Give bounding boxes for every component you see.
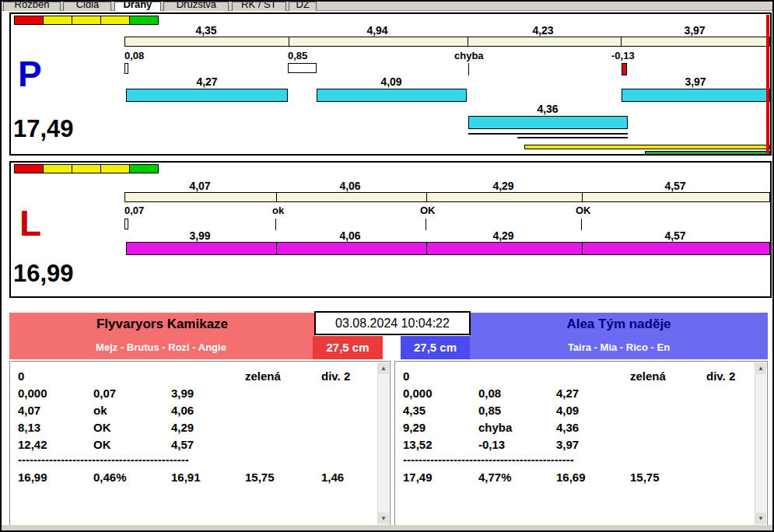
dog-bar [622, 89, 770, 102]
left-team-name: Flyvaryors Kamikaze [9, 313, 315, 336]
dog-time-value: 4,27 [556, 385, 579, 402]
lane-total-time: 17,49 [13, 117, 74, 141]
split-time: 4,35 [195, 25, 216, 36]
changeover-value: 0,85 [478, 402, 501, 419]
changeover-value: 0,07 [93, 385, 116, 402]
window-bottom-strip [2, 525, 772, 530]
total-time: 17,49 [403, 469, 433, 486]
cumulative-time: 0,000 [403, 385, 433, 402]
status-square-yellow [72, 164, 101, 173]
tab-rozbeh[interactable]: Rozběh [3, 2, 61, 11]
changeover-label: ok [272, 205, 284, 215]
header-division: div. 2 [321, 368, 350, 385]
separator-dashes: ----------------------------------------… [18, 451, 189, 468]
tab-rk-st[interactable]: RK / ST [232, 2, 286, 11]
run-divider [582, 243, 583, 254]
changeover-tick [468, 63, 469, 75]
changeover-label: chyba [454, 51, 484, 61]
tab-bar: Rozběh Čidla Dráhy Družstva RK / ST DZ [2, 2, 772, 11]
dog-time: 3,99 [189, 230, 210, 241]
dog-time-value: 4,06 [171, 402, 194, 419]
header-zero: 0 [403, 368, 409, 385]
dog-bar [126, 89, 288, 102]
loss-percent: 0,46% [93, 469, 127, 486]
scroll-up-icon[interactable]: ▲ [755, 362, 766, 374]
cumulative-time: 9,29 [403, 419, 426, 436]
right-team-band: Alea Tým naděje [470, 313, 768, 336]
split-divider [582, 193, 583, 201]
split-divider [276, 193, 277, 201]
loss-percent: 4,77% [478, 469, 512, 486]
changeover-marker [124, 63, 128, 74]
total-time: 16,99 [18, 469, 47, 486]
dog-time-value: 4,36 [556, 419, 579, 436]
status-square-yellow [43, 164, 72, 173]
lane-letter: P [18, 56, 42, 92]
right-team-name: Alea Tým naděje [470, 313, 768, 336]
status-square-yellow [100, 164, 130, 173]
left-jump-height: 27,5 cm [313, 336, 383, 359]
live-progress-bar-green [645, 151, 770, 156]
changeover-gap-box [288, 63, 317, 73]
split-time: 4,29 [492, 180, 513, 191]
scroll-up-icon[interactable]: ▲ [378, 362, 389, 374]
right-jump-height: 27,5 cm [401, 336, 470, 359]
split-time: 4,07 [189, 180, 210, 191]
run-divider [276, 243, 277, 254]
changeover-label: OK [420, 205, 436, 215]
dog-time: 4,57 [664, 230, 685, 241]
dog-bar [317, 89, 467, 102]
changeover-tick [275, 219, 276, 230]
header-light: zelená [630, 368, 666, 385]
header-division: div. 2 [706, 368, 735, 385]
right-result-panel: 0 zelená div. 2 0,000 0,08 4,27 4,35 0,8… [394, 361, 768, 526]
dog-time: 4,36 [537, 103, 558, 114]
changeover-label: 0,85 [288, 51, 307, 61]
left-panel-scrollbar[interactable]: ▲ ▼ [377, 362, 389, 524]
lane-panel-l: L 16,99 4,07 4,06 4,29 4,57 0,07 ok OK O… [9, 161, 772, 298]
dog-bar-rerun [468, 116, 628, 129]
tab-dz[interactable]: DZ [289, 2, 317, 11]
status-square-yellow [72, 16, 101, 25]
tab-druzstva[interactable]: Družstva [163, 2, 229, 11]
status-square-green [129, 16, 159, 25]
right-dog-names: Taira - Mia - Rico - En [470, 336, 768, 359]
changeover-value: ok [93, 402, 107, 419]
dog-time: 3,97 [685, 76, 706, 87]
changeover-tick [426, 219, 426, 230]
scroll-down-icon[interactable]: ▼ [755, 513, 766, 524]
lane-panel-p: P 17,49 4,35 4,94 4,23 3,97 0,08 0,85 ch… [9, 12, 772, 156]
changeover-label: -0,13 [611, 51, 635, 61]
status-square-yellow [43, 16, 72, 25]
dog-time-value: 4,29 [171, 419, 194, 436]
scroll-down-icon[interactable]: ▼ [378, 513, 389, 524]
left-result-panel: 0 zelená div. 2 0,000 0,07 3,99 4,07 ok … [9, 361, 391, 526]
right-panel-scrollbar[interactable]: ▲ ▼ [755, 362, 766, 524]
dog-time: 4,06 [339, 230, 360, 241]
cumulative-time: 8,13 [18, 419, 40, 436]
cumulative-time: 4,07 [18, 402, 40, 419]
status-square-green [129, 164, 159, 173]
split-time: 4,57 [664, 180, 685, 191]
header-light: zelená [245, 368, 281, 385]
split-time: 3,97 [684, 25, 705, 36]
separator-dashes: ----------------------------------------… [403, 451, 574, 468]
diff-time: 1,46 [321, 469, 344, 486]
net-time: 16,69 [556, 469, 586, 486]
left-dog-names: Mejz - Brutus - Rozi - Angie [9, 336, 313, 359]
split-divider [621, 37, 622, 46]
dog-time-value: 3,99 [171, 385, 194, 402]
tab-drahy[interactable]: Dráhy [114, 2, 161, 11]
rerun-underline [517, 137, 628, 138]
rerun-underline [468, 133, 628, 135]
header-zero: 0 [18, 368, 24, 385]
split-bar [124, 37, 770, 47]
timestamp: 03.08.2024 10:04:22 [314, 311, 471, 335]
changeover-value: 0,08 [478, 385, 501, 402]
changeover-value: OK [93, 419, 111, 436]
left-dogs-band: Mejz - Brutus - Rozi - Angie [9, 336, 313, 359]
net-time: 16,91 [171, 469, 201, 486]
app-window: Rozběh Čidla Dráhy Družstva RK / ST DZ P… [0, 0, 774, 532]
tab-cidla[interactable]: Čidla [63, 2, 111, 11]
lane-letter: L [19, 205, 41, 241]
